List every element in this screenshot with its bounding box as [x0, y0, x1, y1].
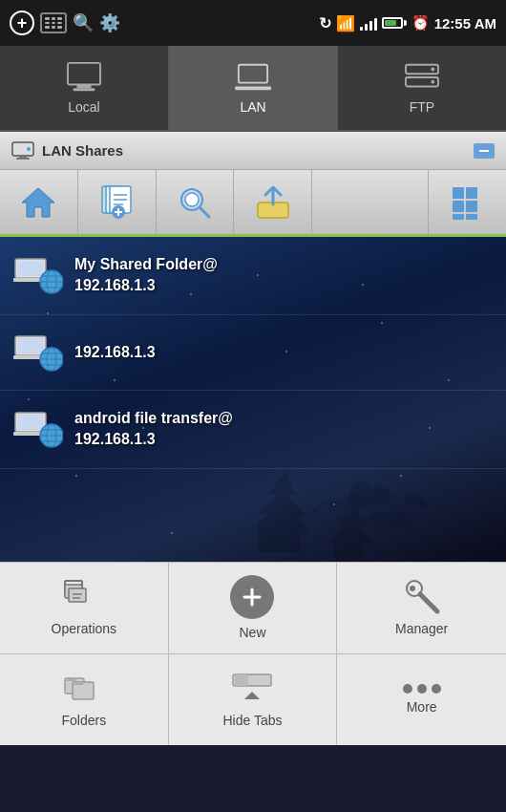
- tab-lan-label: LAN: [240, 99, 265, 115]
- monitor-icon: [66, 61, 102, 94]
- operations-label: Operations: [52, 621, 116, 636]
- minimize-button[interactable]: [474, 143, 495, 159]
- file-list: My Shared Folder@ 192.168.1.3 192.168.1.…: [0, 237, 506, 562]
- more-label: More: [407, 699, 437, 715]
- tab-lan[interactable]: LAN: [169, 46, 338, 130]
- file-name-2: android file transfer@ 192.168.1.3: [74, 408, 233, 451]
- lan-header: LAN Shares: [0, 132, 506, 170]
- more-icon: [403, 684, 441, 694]
- svg-rect-31: [466, 214, 477, 220]
- folders-button[interactable]: Folders: [0, 654, 169, 746]
- minimize-line: [479, 150, 489, 152]
- file-name-1: 192.168.1.3: [74, 342, 156, 363]
- more-button[interactable]: More: [337, 654, 506, 746]
- manager-label: Manager: [395, 621, 448, 636]
- settings-status-icon: ⚙️: [99, 12, 120, 33]
- operations-button[interactable]: Operations: [0, 563, 169, 654]
- battery-icon: [382, 17, 407, 29]
- svg-rect-4: [235, 86, 271, 90]
- laptop-icon: [235, 61, 271, 94]
- tab-bar: Local LAN FTP: [0, 46, 506, 132]
- svg-rect-26: [453, 187, 464, 199]
- svg-line-24: [200, 207, 209, 217]
- svg-rect-10: [19, 156, 27, 158]
- svg-rect-1: [76, 85, 91, 89]
- svg-rect-29: [466, 201, 477, 212]
- bottom-toolbar: Operations New Manager Folders: [0, 562, 506, 745]
- new-button[interactable]: New: [169, 563, 338, 654]
- tab-local-label: Local: [68, 99, 99, 115]
- svg-point-23: [185, 193, 199, 206]
- folders-icon: [63, 671, 105, 707]
- toolbar: [0, 170, 506, 237]
- alarm-icon: ⏰: [411, 14, 430, 32]
- search-status-icon: 🔍: [73, 12, 94, 33]
- lan-monitor-icon: [11, 141, 34, 160]
- svg-point-32: [368, 511, 415, 526]
- time-display: 12:55 AM: [434, 15, 496, 32]
- hide-tabs-label: Hide Tabs: [222, 713, 282, 728]
- svg-point-12: [27, 147, 31, 151]
- svg-rect-28: [453, 201, 464, 212]
- svg-rect-2: [74, 88, 95, 91]
- refresh-icon: ↻: [319, 14, 331, 32]
- svg-rect-70: [235, 674, 248, 686]
- file-item-0[interactable]: My Shared Folder@ 192.168.1.3: [0, 237, 506, 315]
- file-item-1[interactable]: 192.168.1.3: [0, 315, 506, 391]
- toolbar-new-button[interactable]: [78, 170, 157, 234]
- svg-rect-42: [17, 338, 44, 353]
- svg-rect-0: [68, 63, 100, 85]
- toolbar-home-button[interactable]: [0, 170, 78, 234]
- server-icon: [404, 61, 440, 94]
- svg-point-8: [431, 80, 434, 84]
- toolbar-upload-button[interactable]: [234, 170, 312, 234]
- svg-rect-3: [239, 65, 267, 83]
- toolbar-grid-button[interactable]: [429, 170, 506, 234]
- file-name-0: My Shared Folder@ 192.168.1.3: [74, 254, 218, 297]
- file-item-2[interactable]: android file transfer@ 192.168.1.3: [0, 391, 506, 469]
- wrench-icon: [401, 579, 443, 615]
- svg-marker-71: [244, 692, 260, 699]
- tab-local[interactable]: Local: [0, 46, 169, 130]
- file-icon-1: [13, 332, 63, 373]
- svg-line-65: [420, 594, 437, 611]
- svg-point-66: [410, 586, 415, 591]
- status-bar: + 🔍 ⚙️ ↻ 📶 ⏰ 12:55 AM: [0, 0, 506, 46]
- tab-ftp-label: FTP: [410, 99, 434, 115]
- svg-rect-50: [17, 415, 44, 430]
- toolbar-empty-button: [312, 170, 429, 234]
- lan-shares-title: LAN Shares: [42, 142, 123, 159]
- wifi-icon: 📶: [336, 14, 355, 32]
- back-button[interactable]: +: [10, 11, 34, 35]
- hide-tabs-icon: [231, 671, 273, 707]
- tab-ftp[interactable]: FTP: [338, 46, 506, 130]
- svg-rect-11: [16, 158, 30, 160]
- svg-rect-27: [466, 187, 477, 199]
- signal-icon: [360, 15, 377, 31]
- svg-rect-34: [17, 261, 44, 276]
- svg-rect-59: [69, 588, 86, 602]
- toolbar-search-button[interactable]: [157, 170, 235, 234]
- folders-label: Folders: [61, 713, 106, 728]
- hide-tabs-button[interactable]: Hide Tabs: [169, 654, 338, 746]
- grid-icon[interactable]: [40, 12, 67, 33]
- new-label: New: [239, 625, 265, 640]
- svg-point-7: [431, 68, 434, 72]
- file-icon-2: [13, 409, 63, 449]
- manager-button[interactable]: Manager: [337, 563, 506, 654]
- file-icon-0: [13, 255, 63, 295]
- new-icon: [230, 575, 274, 619]
- svg-rect-30: [453, 214, 464, 220]
